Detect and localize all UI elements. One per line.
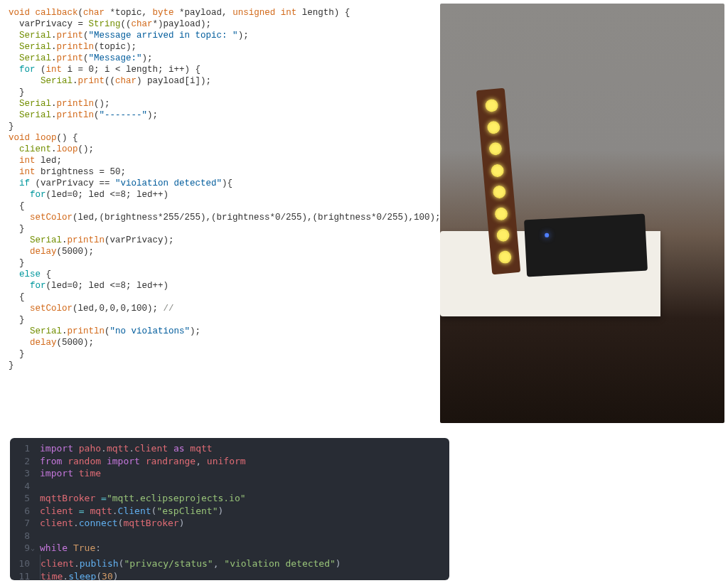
token: Serial bbox=[19, 31, 51, 41]
code-line: if (varPrivacy == "violation detected"){ bbox=[9, 178, 434, 189]
token: (led=0; led <=8; led++) bbox=[46, 281, 169, 291]
token: if bbox=[19, 178, 30, 188]
token: sleep bbox=[68, 570, 96, 581]
token: char bbox=[115, 76, 136, 86]
code-line: } bbox=[9, 121, 434, 132]
led-icon bbox=[485, 99, 499, 113]
token: : bbox=[95, 542, 101, 555]
token: } bbox=[9, 122, 14, 132]
token: ); bbox=[147, 110, 158, 120]
token: char bbox=[132, 19, 153, 29]
token: } bbox=[19, 315, 25, 325]
token: for bbox=[30, 281, 46, 291]
token: ){ bbox=[222, 178, 232, 188]
token: ) bbox=[336, 557, 341, 570]
token: setColor bbox=[30, 304, 73, 314]
line-number: 10 bbox=[10, 557, 40, 570]
token: byte bbox=[153, 8, 174, 18]
led-icon bbox=[494, 207, 508, 221]
token: println bbox=[57, 42, 95, 52]
token: (( bbox=[121, 19, 132, 29]
token: brightness = 50; bbox=[36, 167, 127, 177]
token: Client bbox=[118, 505, 151, 518]
token: . bbox=[51, 31, 57, 41]
line-number: 2 bbox=[10, 455, 40, 468]
line-number: 4 bbox=[10, 480, 40, 493]
token: } bbox=[19, 87, 25, 97]
token: . bbox=[62, 326, 68, 336]
token: randrange bbox=[146, 455, 196, 468]
microcontroller-icon bbox=[524, 214, 648, 277]
token: = bbox=[101, 492, 107, 505]
token: client bbox=[40, 517, 73, 530]
token bbox=[30, 8, 36, 18]
token: // bbox=[164, 304, 174, 314]
chevron-down-icon[interactable]: ⌄ bbox=[31, 542, 35, 555]
token: "violation detected" bbox=[115, 178, 222, 188]
token: int bbox=[19, 167, 36, 177]
token: (); bbox=[78, 144, 95, 154]
token: connect bbox=[79, 517, 118, 530]
token: ( bbox=[119, 557, 124, 570]
token: println bbox=[68, 326, 105, 336]
token: led; bbox=[36, 156, 63, 166]
token: ( bbox=[36, 65, 46, 75]
token: int bbox=[19, 156, 36, 166]
token: . bbox=[51, 53, 57, 63]
token: Serial bbox=[19, 42, 51, 52]
code-line: 6client = mqtt.Client("espClient") bbox=[10, 505, 449, 518]
led-icon bbox=[488, 142, 503, 156]
token: String bbox=[89, 19, 121, 29]
line-number: 11 bbox=[10, 570, 40, 581]
token: . bbox=[129, 442, 134, 455]
token: . bbox=[51, 144, 57, 154]
code-line: void callback(char *topic, byte *payload… bbox=[9, 7, 434, 18]
token: char bbox=[83, 8, 105, 18]
token: void bbox=[9, 8, 30, 18]
token: , bbox=[213, 557, 225, 570]
token: delay bbox=[30, 338, 57, 348]
token: ( bbox=[151, 505, 157, 518]
code-line: Serial.println(topic); bbox=[9, 41, 434, 53]
token: "espClient" bbox=[156, 505, 218, 518]
token: . bbox=[51, 99, 57, 109]
token: *payload, bbox=[174, 8, 233, 18]
code-line: Serial.print((char) payload[i]); bbox=[9, 75, 434, 87]
token: as bbox=[173, 442, 185, 455]
token: i = 0; i < length; i++) { bbox=[62, 65, 200, 75]
token: mqtt bbox=[190, 442, 212, 455]
hardware-photo bbox=[440, 4, 724, 423]
token: ) bbox=[179, 517, 185, 530]
line-number: 9 bbox=[10, 542, 40, 555]
token: println bbox=[57, 110, 95, 120]
token: ( bbox=[105, 326, 110, 336]
code-line: Serial.print("Message arrived in topic: … bbox=[9, 30, 434, 41]
token: ) payload[i]); bbox=[136, 76, 211, 86]
token: client bbox=[41, 557, 74, 570]
code-line: 5mqttBroker ="mqtt.eclipseprojects.io" bbox=[10, 492, 449, 505]
line-number: 8 bbox=[10, 530, 40, 542]
line-number: 5 bbox=[10, 492, 40, 505]
code-line: 9⌄while True: bbox=[10, 542, 449, 555]
code-line: int led; bbox=[9, 155, 434, 166]
code-line: { bbox=[9, 201, 434, 212]
token: client bbox=[134, 442, 168, 455]
token: ) bbox=[218, 505, 223, 518]
token: "privacy/status" bbox=[124, 557, 213, 570]
token: (( bbox=[105, 76, 115, 86]
token: while bbox=[40, 542, 68, 555]
token: *)payload); bbox=[153, 19, 212, 29]
token: callback bbox=[36, 8, 78, 18]
led-icon bbox=[493, 185, 507, 199]
code-line: } bbox=[9, 314, 434, 326]
led-icon bbox=[491, 164, 505, 178]
token: from bbox=[40, 455, 62, 468]
token: ( bbox=[96, 570, 102, 581]
token: { bbox=[19, 292, 25, 302]
code-line: 2from random import randrange, uniform bbox=[10, 455, 449, 468]
token: int bbox=[46, 65, 63, 75]
code-line: Serial.println("-------"); bbox=[9, 109, 434, 121]
token: Serial bbox=[19, 99, 51, 109]
token: ); bbox=[142, 53, 153, 63]
token: "-------" bbox=[100, 110, 148, 120]
